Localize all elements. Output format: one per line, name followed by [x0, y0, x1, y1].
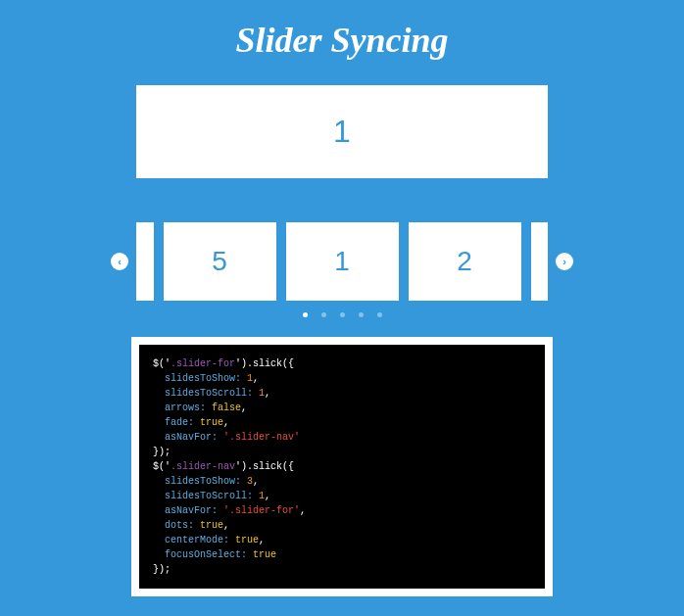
dot[interactable]	[303, 312, 308, 317]
nav-slide[interactable]: 5	[164, 222, 276, 301]
dot[interactable]	[359, 312, 364, 317]
nav-slide[interactable]: 2	[409, 222, 521, 301]
slider-nav: ‹ 5 1 2 ›	[0, 222, 684, 301]
slider-for-current: 1	[333, 114, 351, 150]
next-arrow-icon[interactable]: ›	[556, 253, 573, 270]
nav-slide-partial-right[interactable]	[531, 222, 549, 301]
page-title: Slider Syncing	[0, 20, 684, 61]
nav-slide-partial-left[interactable]	[136, 222, 154, 301]
prev-arrow-icon[interactable]: ‹	[111, 253, 128, 270]
code-block: $('.slider-for').slick({ slidesToShow: 1…	[131, 337, 553, 596]
nav-track: 5 1 2	[136, 222, 548, 301]
code-content: $('.slider-for').slick({ slidesToShow: 1…	[139, 345, 545, 589]
dot[interactable]	[377, 312, 382, 317]
nav-slide[interactable]: 1	[286, 222, 399, 301]
slider-for[interactable]: 1	[136, 85, 548, 178]
dot[interactable]	[321, 312, 326, 317]
dot[interactable]	[340, 312, 345, 317]
pagination-dots	[0, 312, 684, 317]
